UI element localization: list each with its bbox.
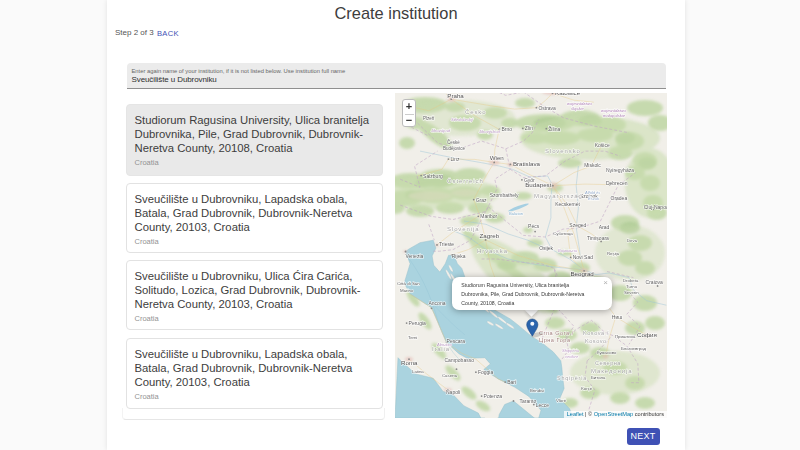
svg-text:Győr: Győr <box>524 177 535 183</box>
svg-text:Abruzzo: Abruzzo <box>436 342 452 347</box>
svg-text:Venezia: Venezia <box>406 253 424 259</box>
svg-text:Korçë: Korçë <box>581 386 593 391</box>
svg-text:Graz: Graz <box>476 197 487 203</box>
svg-text:Timișoara: Timișoara <box>587 235 609 241</box>
svg-text:Војводина: Војводина <box>558 248 578 253</box>
svg-text:Ancona: Ancona <box>429 300 446 306</box>
svg-text:Slovensko: Slovensko <box>545 148 581 154</box>
svg-text:София: София <box>637 331 657 338</box>
svg-text:Taranto: Taranto <box>520 398 537 404</box>
svg-text:Shqipëria: Shqipëria <box>557 375 587 381</box>
svg-text:Észak: Észak <box>588 196 600 201</box>
svg-text:Благоевград: Благоевград <box>621 346 647 351</box>
svg-text:Arad: Arad <box>599 224 610 230</box>
svg-text:Ostrava: Ostrava <box>538 105 556 111</box>
svg-text:Novi Sad: Novi Sad <box>573 254 594 260</box>
svg-text:Debrecen: Debrecen <box>606 180 628 186</box>
svg-text:Košice: Košice <box>595 142 610 148</box>
svg-text:Куманово: Куманово <box>597 350 617 355</box>
svg-text:Kosovo: Kosovo <box>585 338 607 344</box>
svg-text:Trieste: Trieste <box>439 241 454 247</box>
svg-text:Linz: Linz <box>450 156 460 162</box>
svg-text:Brno: Brno <box>501 126 512 132</box>
svg-text:Nyíregyháza: Nyíregyháza <box>606 167 634 173</box>
svg-text:śląskie: śląskie <box>571 106 584 111</box>
svg-text:Kecskemét: Kecskemét <box>555 201 580 207</box>
svg-text:Zagreb: Zagreb <box>480 232 500 239</box>
svg-text:Osijek: Osijek <box>539 245 553 251</box>
svg-text:České: České <box>447 139 460 145</box>
svg-text:Žilina: Žilina <box>548 125 560 132</box>
svg-text:Miskolc: Miskolc <box>584 162 601 168</box>
svg-text:Foggia: Foggia <box>478 369 494 375</box>
svg-text:Reșița: Reșița <box>607 251 620 256</box>
svg-text:Středočeský: Středočeský <box>451 117 474 122</box>
svg-text:Severin: Severin <box>624 290 639 295</box>
svg-text:Bari: Bari <box>507 379 516 385</box>
svg-text:Северна: Северна <box>595 360 621 366</box>
svg-text:Cluj-Napoca: Cluj-Napoca <box>644 204 667 210</box>
svg-text:Bratislava: Bratislava <box>513 160 541 167</box>
svg-text:Salzburg: Salzburg <box>423 173 443 179</box>
svg-text:Црна Гора: Црна Гора <box>539 337 571 343</box>
svg-text:Vlorë: Vlorë <box>556 398 567 403</box>
svg-text:Shqipëria: Shqipëria <box>562 348 580 353</box>
svg-text:Hrvatska: Hrvatska <box>477 248 508 254</box>
svg-text:Drobeta: Drobeta <box>623 278 639 283</box>
svg-text:Plzeň: Plzeň <box>423 116 435 121</box>
svg-text:Kosova /: Kosova / <box>583 330 609 336</box>
svg-text:Wien: Wien <box>490 154 505 161</box>
svg-text:Latina: Latina <box>412 369 424 374</box>
svg-text:Caserta: Caserta <box>442 373 458 378</box>
svg-text:Budějovice: Budějovice <box>443 146 466 151</box>
svg-text:Суботица: Суботица <box>553 231 573 236</box>
svg-text:Katowice: Katowice <box>555 93 581 96</box>
svg-text:Magyarország: Magyarország <box>534 193 583 199</box>
svg-text:Zlín: Zlín <box>525 125 534 131</box>
svg-text:Jihozápad: Jihozápad <box>430 128 451 133</box>
svg-text:Roma: Roma <box>401 359 418 366</box>
svg-text:Oradea: Oradea <box>611 195 628 201</box>
svg-text:Alföld és: Alföld és <box>584 190 600 195</box>
svg-text:Österreich: Österreich <box>447 178 484 184</box>
svg-text:Potenza: Potenza <box>484 393 503 399</box>
svg-text:Приштина: Приштина <box>615 334 636 339</box>
svg-text:Perugia: Perugia <box>409 320 426 326</box>
svg-text:Napoli: Napoli <box>446 389 460 395</box>
svg-text:Terni: Terni <box>408 335 417 340</box>
svg-text:Македонија: Македонија <box>591 368 632 374</box>
svg-text:Szombathely: Szombathely <box>490 192 519 198</box>
svg-text:Lecce: Lecce <box>536 402 550 408</box>
svg-text:Szeged: Szeged <box>569 222 586 228</box>
svg-text:Campobasso: Campobasso <box>445 357 475 363</box>
svg-text:Rijeka: Rijeka <box>452 253 466 259</box>
svg-text:Balaton: Balaton <box>509 211 524 216</box>
svg-text:Crna Gora /: Crna Gora / <box>539 330 574 336</box>
svg-text:Maribor: Maribor <box>480 213 497 219</box>
svg-text:verilore: verilore <box>565 354 579 359</box>
svg-text:Jihovýchod: Jihovýchod <box>478 129 501 134</box>
svg-text:Ниш: Ниш <box>612 314 622 320</box>
svg-text:Deva: Deva <box>627 238 638 243</box>
svg-text:Craiova: Craiova <box>646 279 663 285</box>
svg-text:Turnu: Turnu <box>626 284 638 289</box>
svg-text:Brindisi: Brindisi <box>530 388 544 393</box>
svg-text:Česko: Česko <box>465 109 487 115</box>
svg-text:Битола: Битола <box>591 375 606 380</box>
svg-text:Pécs: Pécs <box>528 223 540 229</box>
svg-text:Città di San: Città di San <box>397 281 420 286</box>
svg-text:małopolskie: małopolskie <box>603 113 626 118</box>
svg-text:Marino: Marino <box>400 288 414 293</box>
svg-text:Praha: Praha <box>447 93 464 99</box>
svg-text:Slovenija: Slovenija <box>447 226 479 232</box>
